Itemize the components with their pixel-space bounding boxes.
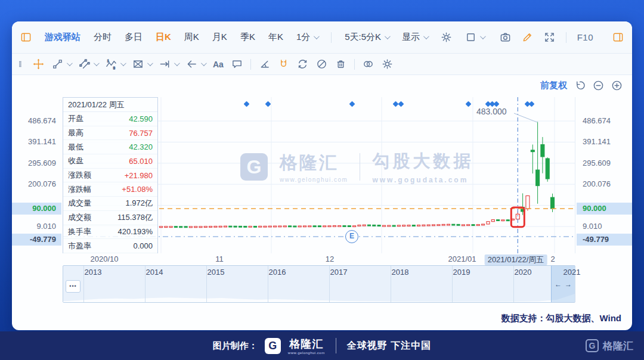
- tab-fenshi[interactable]: 分时: [94, 32, 112, 43]
- zoom-in-icon[interactable]: [611, 80, 623, 91]
- divider: [354, 59, 355, 70]
- navigator-more-button[interactable]: •••: [66, 280, 80, 293]
- trash-icon[interactable]: [335, 58, 346, 70]
- panel-right-icon[interactable]: [612, 32, 624, 43]
- navigator-year-label: 2021: [564, 268, 581, 277]
- stock-name[interactable]: 游戏驿站: [45, 32, 80, 43]
- footer-brand: 格隆汇: [289, 337, 323, 351]
- drawing-toolbar: 13 Aa: [12, 54, 632, 75]
- tab-weekly-k[interactable]: 周K: [184, 32, 199, 43]
- tooltip-row-label: 成交额: [68, 212, 91, 223]
- magnet-tool-icon[interactable]: [278, 58, 289, 70]
- settings-gear-icon[interactable]: [441, 32, 452, 43]
- tooltip-row: 成交额115.378亿: [63, 211, 157, 225]
- tooltip-row-label: 涨跌幅: [68, 184, 91, 195]
- candlestick-chart[interactable]: G 格隆汇 www.gelonghui.com 勾股大数据 www.goguda…: [63, 97, 575, 253]
- tooltip-row-value: 42.590: [129, 114, 153, 123]
- chevron-down-icon: [94, 60, 100, 66]
- wave-tool-icon[interactable]: 13: [106, 58, 125, 70]
- screenshot-camera-icon[interactable]: [500, 32, 511, 43]
- latest-price-badge: 90.000: [577, 203, 632, 215]
- ohlc-tooltip-panel: 2021/01/22 周五 开盘42.590最高76.757最低42.320收盘…: [63, 97, 158, 253]
- y-axis-tick: 9.010: [12, 222, 61, 231]
- y-axis-tick: 391.141: [12, 137, 61, 147]
- made-by-label: 图片制作：: [213, 340, 258, 352]
- y-axis-tick: 295.609: [12, 159, 61, 168]
- gelonghui-logo-small: G: [586, 339, 599, 352]
- navigator-year-label: 2013: [85, 268, 102, 277]
- tooltip-row-value: 42.320: [129, 142, 153, 151]
- angle-tool-icon[interactable]: [259, 58, 270, 70]
- navigator-left-arrow[interactable]: ←: [555, 280, 562, 288]
- panel-left-icon[interactable]: [20, 32, 32, 43]
- tooltip-row: 最高76.757: [63, 126, 157, 141]
- navigator-year-label: 2019: [453, 268, 470, 277]
- channel-tool-icon[interactable]: [79, 58, 98, 70]
- tooltip-row: 成交量1.972亿: [63, 197, 157, 211]
- tooltip-row-label: 市盈率: [68, 241, 91, 252]
- tooltip-row-value: +21.980: [125, 171, 153, 180]
- zoom-out-icon[interactable]: [593, 80, 604, 91]
- f10-button[interactable]: F10: [577, 32, 593, 42]
- footer-brand-url: www.gelonghui.com: [288, 351, 325, 355]
- hide-drawings-icon[interactable]: [316, 58, 327, 70]
- move-cross-icon[interactable]: [33, 58, 44, 70]
- navigator-year-label: 2016: [269, 268, 286, 277]
- tooltip-row: 开盘42.590: [63, 112, 157, 126]
- tooltip-row: 涨跌幅+51.08%: [63, 182, 157, 197]
- draw-pencil-icon[interactable]: [522, 32, 533, 43]
- tab-monthly-k[interactable]: 月K: [212, 32, 227, 43]
- navigator-year-label: 2014: [146, 268, 163, 277]
- chevron-down-icon: [147, 60, 153, 66]
- tab-quarterly-k[interactable]: 季K: [240, 32, 255, 43]
- overlay-compare-icon[interactable]: [363, 58, 374, 70]
- y-axis-right: 486.674391.141295.609200.0769.01090.000-…: [577, 97, 632, 253]
- tooltip-row: 涨跌额+21.980: [63, 169, 157, 183]
- segment-tool-icon[interactable]: [52, 58, 71, 70]
- gelonghui-footer-logo: G: [265, 338, 281, 354]
- chevron-down-icon: [174, 60, 180, 66]
- navigator-year-label: 2017: [330, 268, 348, 277]
- tooltip-row-value: 115.378亿: [117, 212, 153, 223]
- navigator-right-arrow[interactable]: →: [565, 280, 572, 288]
- footer-bar: 图片制作： G 格隆汇 www.gelonghui.com 全球视野 下注中国 …: [0, 331, 644, 360]
- adjust-mode-link[interactable]: 前复权: [540, 80, 567, 91]
- tab-duori[interactable]: 多日: [125, 32, 143, 43]
- refresh-cycle-icon[interactable]: [297, 58, 308, 70]
- y-axis-tick: 486.674: [12, 116, 61, 126]
- comment-tool-icon[interactable]: [231, 58, 243, 70]
- tooltip-row-label: 收盘: [68, 156, 83, 166]
- data-support-text: 数据支持：勾股大数据、Wind: [501, 313, 621, 324]
- draw-settings-gear-icon[interactable]: [382, 58, 393, 70]
- tab-daily-k[interactable]: 日K: [156, 32, 171, 43]
- x-axis-label: 11: [215, 255, 224, 263]
- fullscreen-expand-icon[interactable]: [544, 32, 555, 43]
- event-e-badge[interactable]: E: [345, 230, 358, 243]
- arrow-tool-icon[interactable]: [186, 58, 205, 70]
- tab-1min-dropdown[interactable]: 1分: [296, 32, 318, 43]
- undo-reset-icon[interactable]: [574, 80, 586, 91]
- layout-square-dropdown[interactable]: [465, 32, 484, 43]
- tab-5day-dropdown[interactable]: 5天:5分K: [345, 32, 389, 43]
- horizontal-ray-tool-icon[interactable]: [159, 58, 178, 70]
- y-axis-tick: 486.674: [577, 116, 632, 126]
- chevron-down-icon: [201, 60, 207, 66]
- navigator-sparkline: [63, 293, 575, 302]
- tab-yearly-k[interactable]: 年K: [268, 32, 283, 43]
- axis-min-badge: -49.779: [12, 234, 61, 246]
- latest-price-badge: 90.000: [12, 203, 61, 215]
- footer-divider: [336, 338, 336, 353]
- display-dropdown[interactable]: 显示: [402, 32, 428, 43]
- tooltip-row-label: 换手率: [68, 226, 91, 237]
- x-axis-label: 2020/10: [91, 255, 119, 263]
- drag-handle-icon[interactable]: [18, 58, 25, 70]
- chevron-down-icon: [385, 33, 391, 39]
- y-axis-tick: 295.609: [577, 159, 632, 168]
- timeline-navigator[interactable]: ••• ← → 20132014201520162017201820192020…: [63, 265, 575, 303]
- tooltip-row: 收盘65.010: [63, 154, 157, 169]
- text-tool-button[interactable]: Aa: [213, 60, 224, 69]
- y-axis-left: 486.674391.141295.609200.0769.01090.000-…: [12, 97, 61, 253]
- tooltip-row: 最低42.320: [63, 140, 157, 154]
- gann-box-tool-icon[interactable]: [132, 58, 151, 70]
- tooltip-row: 市盈率0.000: [63, 239, 157, 253]
